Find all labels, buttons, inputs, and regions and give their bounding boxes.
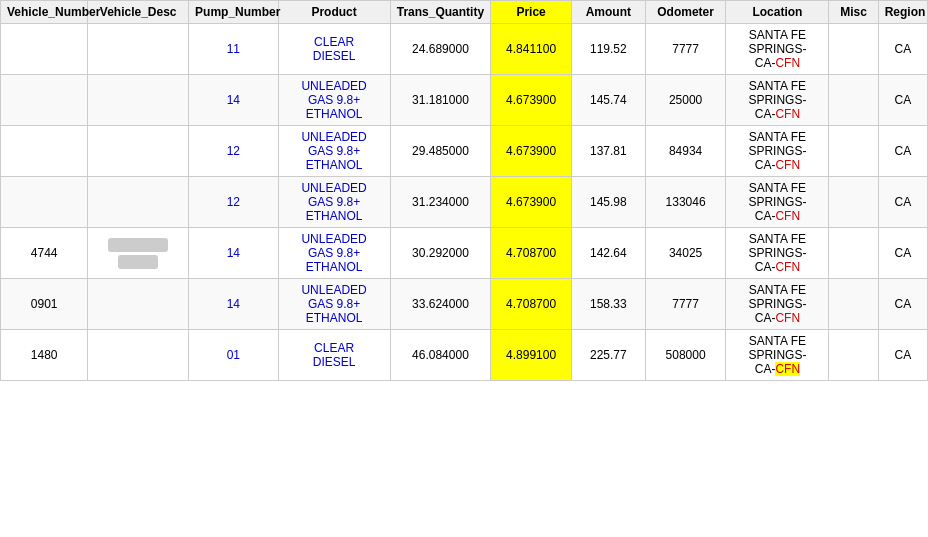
header-trans-quantity: Trans_Quantity — [390, 1, 491, 24]
cell-vehicle-number: 1480 — [1, 330, 88, 381]
cell-vehicle-number: 0901 — [1, 279, 88, 330]
cell-pump-number: 01 — [189, 330, 279, 381]
header-location: Location — [726, 1, 829, 24]
cell-amount: 142.64 — [571, 228, 645, 279]
cell-location: SANTA FESPRINGS-CA-CFN — [726, 126, 829, 177]
cell-pump-number: 14 — [189, 75, 279, 126]
cell-price: 4.673900 — [491, 177, 572, 228]
cell-product: UNLEADEDGAS 9.8+ETHANOL — [278, 228, 390, 279]
cell-misc — [829, 228, 878, 279]
cell-region: CA — [878, 228, 927, 279]
header-pump-number: Pump_Number — [189, 1, 279, 24]
cell-vehicle-number: 4744 — [1, 228, 88, 279]
header-region: Region — [878, 1, 927, 24]
cell-location: SANTA FESPRINGS-CA-CFN — [726, 330, 829, 381]
cell-odometer: 34025 — [645, 228, 726, 279]
cell-price: 4.673900 — [491, 126, 572, 177]
cell-misc — [829, 126, 878, 177]
cell-trans-quantity: 46.084000 — [390, 330, 491, 381]
cell-amount: 158.33 — [571, 279, 645, 330]
header-vehicle-number: Vehicle_Number — [1, 1, 88, 24]
cell-pump-number: 12 — [189, 177, 279, 228]
cell-odometer: 7777 — [645, 24, 726, 75]
cell-odometer: 133046 — [645, 177, 726, 228]
table-row: 14UNLEADEDGAS 9.8+ETHANOL31.1810004.6739… — [1, 75, 928, 126]
cell-trans-quantity: 31.234000 — [390, 177, 491, 228]
cell-product: UNLEADEDGAS 9.8+ETHANOL — [278, 75, 390, 126]
data-table: Vehicle_Number Vehicle_Desc Pump_Number … — [0, 0, 928, 381]
cell-region: CA — [878, 177, 927, 228]
cell-pump-number: 11 — [189, 24, 279, 75]
header-product: Product — [278, 1, 390, 24]
cell-product: UNLEADEDGAS 9.8+ETHANOL — [278, 126, 390, 177]
cell-product: CLEARDIESEL — [278, 330, 390, 381]
cell-vehicle-desc — [88, 330, 189, 381]
cell-misc — [829, 177, 878, 228]
cell-misc — [829, 75, 878, 126]
table-row: 12UNLEADEDGAS 9.8+ETHANOL29.4850004.6739… — [1, 126, 928, 177]
cell-trans-quantity: 33.624000 — [390, 279, 491, 330]
cell-vehicle-desc — [88, 126, 189, 177]
cell-trans-quantity: 29.485000 — [390, 126, 491, 177]
cell-vehicle-number — [1, 24, 88, 75]
cell-vehicle-number — [1, 126, 88, 177]
cell-product: UNLEADEDGAS 9.8+ETHANOL — [278, 177, 390, 228]
cell-amount: 145.74 — [571, 75, 645, 126]
cell-pump-number: 12 — [189, 126, 279, 177]
cell-price: 4.673900 — [491, 75, 572, 126]
table-row: 090114UNLEADEDGAS 9.8+ETHANOL33.6240004.… — [1, 279, 928, 330]
cell-amount: 145.98 — [571, 177, 645, 228]
cell-price: 4.841100 — [491, 24, 572, 75]
cell-location: SANTA FESPRINGS-CA-CFN — [726, 279, 829, 330]
cell-price: 4.899100 — [491, 330, 572, 381]
cell-misc — [829, 279, 878, 330]
cell-pump-number: 14 — [189, 228, 279, 279]
cell-price: 4.708700 — [491, 228, 572, 279]
header-odometer: Odometer — [645, 1, 726, 24]
cell-amount: 225.77 — [571, 330, 645, 381]
cell-location: SANTA FESPRINGS-CA-CFN — [726, 177, 829, 228]
cell-odometer: 7777 — [645, 279, 726, 330]
table-row: 148001CLEARDIESEL46.0840004.899100225.77… — [1, 330, 928, 381]
cell-odometer: 508000 — [645, 330, 726, 381]
cell-price: 4.708700 — [491, 279, 572, 330]
header-price: Price — [491, 1, 572, 24]
cell-region: CA — [878, 126, 927, 177]
cell-vehicle-desc — [88, 177, 189, 228]
cell-amount: 137.81 — [571, 126, 645, 177]
cell-pump-number: 14 — [189, 279, 279, 330]
cell-misc — [829, 24, 878, 75]
cell-odometer: 25000 — [645, 75, 726, 126]
cell-region: CA — [878, 24, 927, 75]
cell-region: CA — [878, 75, 927, 126]
cell-vehicle-desc — [88, 279, 189, 330]
cell-region: CA — [878, 330, 927, 381]
cell-trans-quantity: 31.181000 — [390, 75, 491, 126]
header-vehicle-desc: Vehicle_Desc — [88, 1, 189, 24]
cell-location: SANTA FESPRINGS-CA-CFN — [726, 24, 829, 75]
cell-product: CLEARDIESEL — [278, 24, 390, 75]
cell-region: CA — [878, 279, 927, 330]
cell-trans-quantity: 30.292000 — [390, 228, 491, 279]
table-row: 11CLEARDIESEL24.6890004.841100119.527777… — [1, 24, 928, 75]
cell-amount: 119.52 — [571, 24, 645, 75]
cell-product: UNLEADEDGAS 9.8+ETHANOL — [278, 279, 390, 330]
cell-vehicle-desc — [88, 24, 189, 75]
table-row: 474414UNLEADEDGAS 9.8+ETHANOL30.2920004.… — [1, 228, 928, 279]
cell-vehicle-number — [1, 177, 88, 228]
cell-trans-quantity: 24.689000 — [390, 24, 491, 75]
cell-misc — [829, 330, 878, 381]
header-misc: Misc — [829, 1, 878, 24]
cell-vehicle-number — [1, 75, 88, 126]
header-amount: Amount — [571, 1, 645, 24]
cell-location: SANTA FESPRINGS-CA-CFN — [726, 228, 829, 279]
cell-vehicle-desc — [88, 75, 189, 126]
cell-odometer: 84934 — [645, 126, 726, 177]
cell-location: SANTA FESPRINGS-CA-CFN — [726, 75, 829, 126]
table-row: 12UNLEADEDGAS 9.8+ETHANOL31.2340004.6739… — [1, 177, 928, 228]
cell-vehicle-desc — [88, 228, 189, 279]
